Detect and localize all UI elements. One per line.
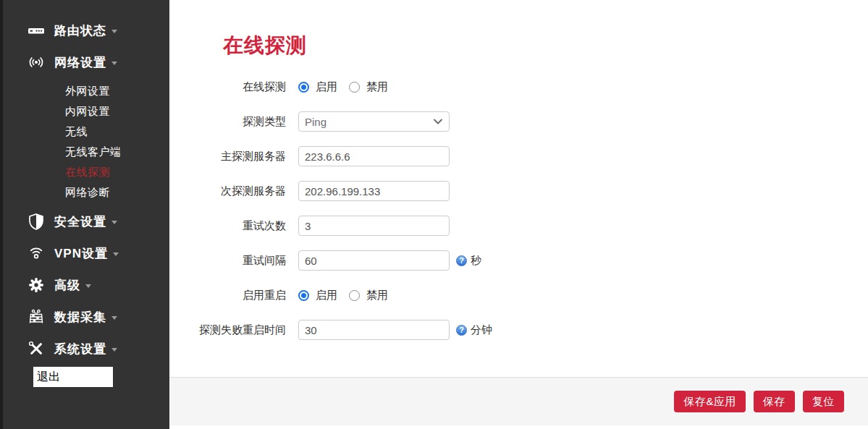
sidebar-item-label: 路由状态: [54, 22, 106, 39]
content-area: 在线探测 在线探测 启用 禁用 探测类型: [169, 0, 868, 377]
sidebar: 路由状态 网络设置 外网设置 内网设置 无线 无线客户端 在线探测 网络诊断: [0, 0, 169, 429]
form-row-secondary-server: 次探测服务器: [169, 181, 868, 201]
field-label: 探测类型: [169, 115, 286, 129]
selected-option: Ping: [305, 116, 326, 128]
detect-type-select[interactable]: Ping: [298, 111, 450, 132]
secondary-server-input[interactable]: [298, 181, 450, 201]
form-row-primary-server: 主探测服务器: [169, 146, 868, 166]
sidebar-subitem-wireless[interactable]: 无线: [3, 122, 169, 142]
sidebar-item-label: 网络设置: [54, 54, 106, 71]
main-column: 在线探测 在线探测 启用 禁用 探测类型: [169, 0, 868, 429]
chevron-down-icon: [111, 30, 117, 33]
radio-label: 启用: [316, 80, 337, 94]
sidebar-item-label: 数据采集: [54, 309, 106, 326]
radio-label: 禁用: [366, 80, 388, 94]
chevron-down-icon: [111, 221, 117, 224]
gear-icon: [28, 276, 45, 294]
save-apply-button[interactable]: 保存&应用: [674, 391, 746, 412]
retry-interval-input[interactable]: [298, 250, 450, 271]
chevron-down-icon: [111, 348, 117, 352]
page-title: 在线探测: [223, 32, 868, 59]
form-row-enable-reboot: 启用重启 启用 禁用: [169, 285, 868, 305]
radio-option-enable[interactable]: 启用: [298, 80, 337, 94]
unit-label: 分钟: [471, 323, 492, 337]
retry-count-input[interactable]: [298, 216, 450, 236]
radio-label: 禁用: [366, 289, 388, 302]
online-detect-radio-group: 启用 禁用: [298, 80, 400, 94]
sidebar-item-vpn[interactable]: VPN设置: [3, 237, 169, 269]
sidebar-item-router-status[interactable]: 路由状态: [3, 14, 169, 46]
radio-option-disable[interactable]: 禁用: [349, 289, 388, 302]
chevron-down-icon: [111, 316, 117, 320]
network-settings-icon: [28, 54, 45, 71]
field-label: 重试次数: [169, 219, 286, 233]
sidebar-item-security[interactable]: 安全设置: [3, 205, 169, 237]
sidebar-item-label: 安全设置: [54, 213, 106, 230]
form-row-online-detect: 在线探测 启用 禁用: [169, 77, 868, 97]
radio-label: 启用: [316, 289, 337, 302]
bottom-strip: [169, 425, 868, 429]
field-label: 探测失败重启时间: [169, 323, 286, 337]
chevron-down-icon: [433, 118, 443, 125]
radio-option-disable[interactable]: 禁用: [349, 80, 388, 94]
sidebar-subitem-wan[interactable]: 外网设置: [3, 81, 169, 101]
field-label: 在线探测: [169, 80, 286, 94]
field-label: 启用重启: [169, 289, 286, 302]
sidebar-item-label: 高级: [54, 277, 80, 294]
field-label: 次探测服务器: [169, 184, 286, 198]
tools-icon: [28, 340, 45, 357]
sidebar-subitem-wireless-client[interactable]: 无线客户端: [3, 142, 169, 162]
enable-reboot-radio-group: 启用 禁用: [298, 289, 400, 302]
logout-button[interactable]: 退出: [33, 367, 113, 387]
sidebar-item-label: 系统设置: [54, 341, 106, 357]
radio-enabled-icon[interactable]: [298, 290, 309, 301]
sidebar-item-label: VPN设置: [54, 245, 108, 262]
action-bar: 保存&应用 保存 复位: [169, 377, 868, 425]
vpn-icon: [28, 245, 45, 262]
sidebar-item-data-collect[interactable]: 数据采集: [3, 301, 169, 333]
sidebar-subitem-online-detect[interactable]: 在线探测: [3, 162, 169, 182]
chevron-down-icon: [113, 252, 119, 256]
form-row-detect-type: 探测类型 Ping: [169, 111, 868, 132]
form-row-reboot-time: 探测失败重启时间 分钟: [169, 320, 868, 340]
sidebar-subitem-lan[interactable]: 内网设置: [3, 101, 169, 122]
online-detect-form: 在线探测 启用 禁用 探测类型 Ping: [169, 77, 868, 340]
field-label: 主探测服务器: [169, 150, 286, 163]
shield-icon: [28, 213, 45, 230]
help-icon[interactable]: [456, 325, 467, 336]
radio-disabled-icon[interactable]: [349, 82, 360, 93]
router-status-icon: [28, 22, 45, 39]
chevron-down-icon: [111, 61, 117, 65]
unit-label: 秒: [471, 254, 481, 268]
primary-server-input[interactable]: [298, 146, 450, 166]
help-icon[interactable]: [456, 255, 467, 266]
form-row-retry-interval: 重试间隔 秒: [169, 250, 868, 271]
chevron-down-icon: [85, 284, 91, 288]
field-label: 重试间隔: [169, 254, 286, 268]
save-button[interactable]: 保存: [754, 391, 795, 412]
sidebar-item-advanced[interactable]: 高级: [3, 269, 169, 301]
reboot-time-input[interactable]: [298, 320, 450, 340]
reset-button[interactable]: 复位: [803, 391, 844, 412]
network-submenu: 外网设置 内网设置 无线 无线客户端 在线探测 网络诊断: [3, 78, 169, 205]
radio-option-enable[interactable]: 启用: [298, 289, 337, 302]
form-row-retry-count: 重试次数: [169, 216, 868, 236]
sidebar-subitem-diagnostics[interactable]: 网络诊断: [3, 182, 169, 203]
radio-disabled-icon[interactable]: [349, 290, 360, 301]
radio-enabled-icon[interactable]: [298, 82, 309, 93]
sidebar-item-system-settings[interactable]: 系统设置: [3, 333, 169, 365]
data-collect-icon: [28, 308, 45, 326]
sidebar-item-network-settings[interactable]: 网络设置: [3, 46, 169, 78]
